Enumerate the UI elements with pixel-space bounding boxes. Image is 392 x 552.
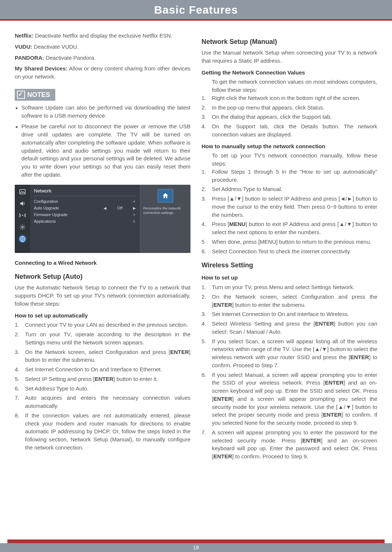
list-item: 2.Turn on your TV, operate according to …	[15, 330, 190, 347]
step-text: Select Connection Test to check the inte…	[212, 248, 351, 254]
page-number: 18	[0, 543, 392, 552]
menu-row-applications[interactable]: Applications >	[34, 218, 136, 225]
network-icon[interactable]	[18, 235, 27, 243]
menu-row-label: Auto Upgrade	[34, 205, 103, 211]
menu-row-firmware[interactable]: Firmware Upgrade >	[34, 212, 136, 218]
list-item: 2.On the Network screen, select Configur…	[202, 293, 377, 309]
key-enter: ENTER	[350, 354, 369, 360]
step-text: Turn on your TV, press Menu and select S…	[212, 284, 354, 290]
menu-row-label: Firmware Upgrade	[34, 212, 132, 218]
wireless-heading: Wireless Setting	[202, 260, 377, 270]
list-item: 3.Set Internet Connection to On and Inte…	[202, 310, 377, 318]
list-item: 5.If you select Scan, a screen will appe…	[202, 337, 377, 369]
man-intro: To set up your TV's network connection m…	[202, 152, 377, 168]
list-item: 5.Select IP Setting and press [ENTER] bu…	[15, 375, 190, 383]
list-item: 4.Select Wireless Setting and press the …	[202, 320, 377, 336]
note-item: Please be careful not to disconnect the …	[15, 122, 190, 178]
intro-shared: My Shared Devices: Allow or deny content…	[15, 65, 190, 81]
text-vudu: Deactivate VUDU.	[32, 44, 79, 50]
text-netflix: Deactivate Netflix and display the exclu…	[34, 32, 172, 39]
list-item: 8.If the connection values are not autom…	[15, 412, 190, 452]
gcv-steps: 1.Right click the Network icon in the bo…	[202, 94, 377, 139]
menu-row-auto-upgrade[interactable]: Auto Upgrade ◀ Off ▶	[34, 205, 136, 212]
home-icon	[158, 189, 173, 202]
list-item: 2.Set Address Type to Manual.	[202, 185, 377, 193]
page-header: Basic Features	[0, 0, 392, 19]
gcv-intro: To get the network connection values on …	[202, 78, 377, 94]
key-menu: MENU	[229, 221, 245, 227]
right-column: Network Setup (Manual) Use the Manual Ne…	[202, 32, 377, 462]
step-text: Set Address Type to Auto.	[25, 385, 88, 392]
list-item: 1.Right click the Network icon in the bo…	[202, 94, 377, 102]
menu-info-panel: Personalize the network connection setti…	[140, 185, 190, 253]
key-enter: ENTER	[95, 376, 113, 382]
wireless-steps: 1.Turn on your TV, press Menu and select…	[202, 283, 377, 461]
list-item: 4.Set Internet Connection to On and Inte…	[15, 365, 190, 374]
list-item: 4.On the Support tab, click the Details …	[202, 122, 377, 139]
step-text: A screen will appear prompting you to en…	[212, 429, 377, 459]
step-text: On the Network screen, select Configurat…	[25, 349, 170, 355]
list-item: 3.Press [▲/▼] button to select IP Addres…	[202, 195, 377, 219]
list-item: 3.On the dialog that appears, click the …	[202, 113, 377, 121]
settings-icon[interactable]	[18, 223, 27, 231]
chevron-right-icon: >	[132, 219, 136, 225]
svg-point-2	[22, 226, 24, 228]
auto-steps: 1.Connect your TV to your LAN as describ…	[15, 321, 190, 451]
menu-row-label: Configuration	[34, 199, 132, 205]
menu-row-configuration[interactable]: Configuration >	[34, 198, 136, 205]
check-icon	[17, 91, 25, 99]
step-text: When done, press [MENU] button to return…	[212, 239, 371, 245]
step-text: Turn on your TV, operate according to th…	[25, 331, 190, 346]
menu-body: Network Configuration > Auto Upgrade ◀ O…	[30, 185, 140, 253]
menu-row-value: Off	[107, 205, 133, 211]
step-text: Connect your TV to your LAN as described…	[25, 322, 188, 328]
step-text: Follow Steps 1 through 5 in the "How to …	[212, 169, 377, 183]
step-text: In the pop-up menu that appears, click S…	[212, 104, 325, 111]
triangle-left-icon[interactable]: ◀	[103, 206, 107, 211]
step-text: Auto acquires and enters the necessary c…	[25, 395, 190, 409]
step-text: Set Address Type to Manual.	[212, 186, 283, 192]
step-text: Press [▲/▼] button to select IP Address …	[212, 195, 377, 218]
connecting-heading: Connecting to a Wired Network	[15, 259, 190, 267]
list-item: 6.Set Address Type to Auto.	[15, 385, 190, 393]
label-netflix: Netflix:	[15, 32, 34, 39]
gcv-heading: Getting the Network Connection Values	[202, 69, 377, 77]
intro-vudu: VUDU: Deactivate VUDU.	[15, 43, 190, 51]
step-text: On the dialog that appears, click the Su…	[212, 114, 332, 120]
svg-point-1	[22, 215, 23, 216]
notes-label: NOTES	[27, 90, 50, 100]
menu-sidebar	[15, 185, 30, 253]
step-text: ] button to enter it.	[113, 376, 158, 382]
triangle-right-icon[interactable]: ▶	[133, 206, 136, 211]
step-text: Set Internet Connection to On and Interf…	[25, 366, 162, 372]
sound-icon[interactable]	[18, 199, 27, 208]
step-text: On the Support tab, click the Details bu…	[212, 123, 377, 138]
list-item: 6.If you select Manual, a screen will ap…	[202, 371, 377, 427]
list-item: 7.A screen will appear prompting you to …	[202, 428, 377, 461]
key-enter: ENTER	[170, 349, 189, 355]
broadcast-icon[interactable]	[18, 211, 27, 219]
key-enter: ENTER	[315, 320, 334, 327]
man-steps: 1.Follow Steps 1 through 5 in the "How t…	[202, 168, 377, 256]
label-vudu: VUDU:	[15, 44, 32, 50]
step-text: If the connection values are not automat…	[25, 412, 190, 451]
step-text: If you select Manual, a screen will appe…	[212, 372, 377, 426]
text-pandora: Deactivate Pandora.	[44, 55, 96, 61]
wireless-sub-heading: How to set up	[202, 274, 377, 282]
step-text: Press [	[212, 221, 229, 227]
intro-netflix: Netflix: Deactivate Netflix and display …	[15, 32, 190, 40]
list-item: 2.In the pop-up menu that appears, click…	[202, 104, 377, 112]
list-item: 3.On the Network screen, select Configur…	[15, 348, 190, 364]
picture-icon[interactable]	[18, 188, 27, 196]
note-item: Software Update can also be performed vi…	[15, 104, 190, 120]
intro-pandora: PANDORA: Deactivate Pandora.	[15, 54, 190, 62]
menu-title: Network	[34, 187, 136, 197]
left-column: Netflix: Deactivate Netflix and display …	[15, 32, 190, 462]
menu-description: Personalize the network connection setti…	[143, 206, 188, 215]
list-item: 1.Connect your TV to your LAN as describ…	[15, 321, 190, 329]
list-item: 1.Turn on your TV, press Menu and select…	[202, 283, 377, 291]
chevron-right-icon: >	[132, 212, 136, 218]
network-setup-auto-heading: Network Setup (Auto)	[15, 272, 190, 281]
notes-badge: NOTES	[15, 89, 55, 101]
network-menu-card: Network Configuration > Auto Upgrade ◀ O…	[15, 185, 190, 253]
